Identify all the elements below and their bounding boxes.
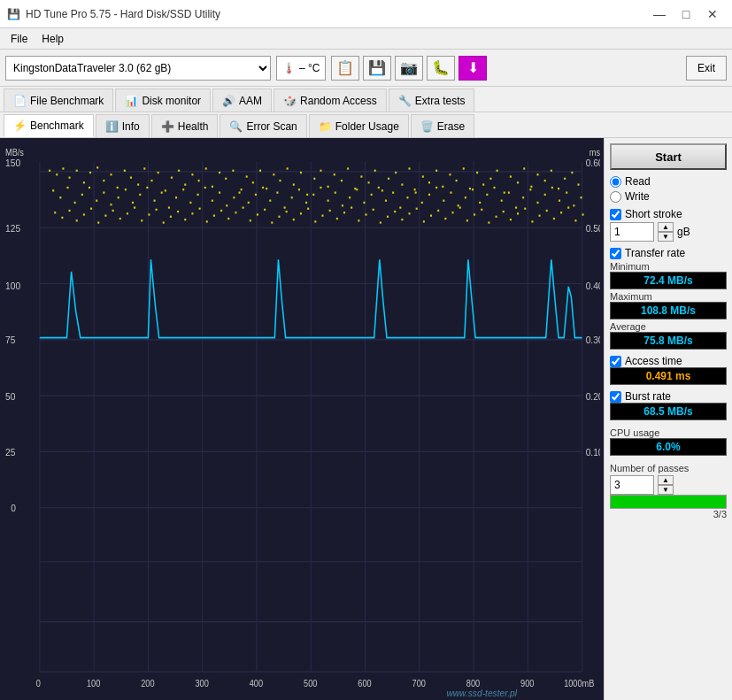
passes-spin-down[interactable]: ▼: [658, 485, 674, 495]
menu-help[interactable]: Help: [35, 31, 71, 47]
tab-folder-usage[interactable]: 📁 Folder Usage: [309, 114, 409, 137]
minimize-button[interactable]: —: [647, 5, 672, 23]
svg-rect-126: [577, 183, 579, 185]
short-stroke-spin-down[interactable]: ▼: [658, 232, 674, 242]
menu-bar: File Help: [0, 28, 732, 50]
svg-rect-62: [143, 167, 145, 169]
start-button[interactable]: Start: [610, 143, 727, 170]
svg-rect-97: [381, 189, 383, 191]
svg-rect-170: [363, 202, 365, 204]
passes-label: Number of passes: [610, 463, 727, 473]
menu-file[interactable]: File: [4, 31, 35, 47]
svg-rect-96: [374, 170, 376, 172]
short-stroke-checkbox[interactable]: [610, 209, 621, 220]
tab-erase[interactable]: 🗑️ Erase: [411, 114, 474, 137]
svg-rect-178: [421, 202, 423, 204]
exit-button[interactable]: Exit: [686, 56, 727, 81]
tab-benchmark[interactable]: ⚡ Benchmark: [4, 114, 94, 137]
maximum-value: 108.8 MB/s: [610, 302, 727, 319]
read-radio[interactable]: [610, 176, 621, 188]
close-button[interactable]: ✕: [700, 5, 725, 23]
transfer-rate-checkbox[interactable]: [610, 248, 621, 259]
camera-icon[interactable]: 📷: [395, 56, 423, 81]
svg-rect-218: [177, 211, 179, 212]
svg-rect-210: [119, 218, 121, 219]
svg-rect-63: [150, 180, 152, 181]
device-select[interactable]: KingstonDataTraveler 3.0 (62 gB): [5, 56, 271, 81]
svg-text:75: 75: [5, 335, 15, 346]
copy-icon[interactable]: 📋: [331, 56, 359, 81]
svg-rect-230: [264, 209, 266, 211]
svg-rect-128: [59, 196, 61, 198]
tab-file-benchmark[interactable]: 📄 File Benchmark: [4, 88, 113, 112]
window-controls: — □ ✕: [647, 5, 725, 23]
svg-rect-70: [198, 180, 200, 181]
tab-aam[interactable]: 🔊 AAM: [212, 88, 272, 112]
tab-health[interactable]: ➕ Health: [151, 114, 219, 137]
write-radio[interactable]: [610, 191, 621, 203]
maximize-button[interactable]: □: [674, 5, 698, 23]
svg-rect-55: [96, 166, 98, 168]
svg-rect-166: [335, 192, 336, 194]
short-stroke-input[interactable]: [610, 222, 654, 242]
tab-info[interactable]: ℹ️ Info: [96, 114, 150, 137]
cpu-usage-section: CPU usage 6.0%: [610, 426, 727, 456]
svg-rect-186: [479, 202, 481, 204]
short-stroke-checkbox-row: Short stroke: [610, 208, 727, 220]
svg-rect-159: [284, 206, 286, 208]
write-radio-label[interactable]: Write: [610, 190, 727, 203]
svg-rect-201: [54, 212, 56, 213]
svg-rect-88: [320, 170, 321, 172]
svg-text:0.60: 0.60: [586, 158, 600, 169]
short-stroke-label: Short stroke: [625, 208, 682, 220]
main-content: 150 125 100 75 50 25 0 MB/s 0.60 0.50 0.…: [0, 138, 732, 700]
svg-rect-61: [137, 183, 139, 185]
svg-rect-100: [401, 183, 403, 185]
burst-rate-checkbox[interactable]: [610, 391, 621, 403]
svg-rect-235: [300, 212, 302, 214]
svg-rect-109: [463, 167, 465, 169]
svg-rect-229: [257, 213, 258, 215]
svg-rect-120: [537, 173, 539, 175]
svg-rect-209: [112, 210, 114, 212]
svg-text:100: 100: [87, 679, 101, 689]
svg-rect-115: [504, 192, 505, 194]
svg-rect-233: [286, 211, 288, 212]
svg-rect-223: [213, 215, 215, 217]
svg-text:150: 150: [5, 158, 20, 169]
access-time-checkbox[interactable]: [610, 356, 621, 367]
benchmark-chart: 150 125 100 75 50 25 0 MB/s 0.60 0.50 0.…: [4, 142, 600, 700]
download-icon[interactable]: ⬇: [458, 56, 487, 81]
svg-rect-203: [69, 210, 71, 212]
svg-rect-79: [259, 170, 261, 172]
info-icon[interactable]: 🐛: [427, 56, 455, 81]
save-icon[interactable]: 💾: [363, 56, 391, 81]
svg-rect-192: [522, 196, 524, 198]
short-stroke-spin-up[interactable]: ▲: [658, 222, 674, 232]
svg-rect-198: [566, 192, 567, 194]
svg-rect-139: [139, 194, 141, 196]
svg-rect-167: [342, 204, 343, 206]
svg-rect-217: [170, 216, 172, 218]
svg-rect-213: [141, 219, 143, 221]
svg-rect-130: [74, 202, 76, 204]
svg-rect-249: [401, 219, 403, 220]
svg-rect-80: [266, 188, 267, 189]
tab-random-access[interactable]: 🎲 Random Access: [274, 88, 387, 112]
tab-disk-monitor[interactable]: 📊 Disk monitor: [115, 88, 211, 112]
passes-spin-row: ▲ ▼: [610, 475, 727, 495]
svg-rect-195: [544, 194, 546, 196]
svg-rect-127: [52, 189, 54, 191]
tab-error-scan[interactable]: 🔍 Error Scan: [220, 114, 306, 137]
svg-rect-57: [111, 173, 112, 175]
tab-extra-tests[interactable]: 🔧 Extra tests: [389, 88, 475, 112]
svg-text:200: 200: [141, 679, 155, 689]
read-radio-label[interactable]: Read: [610, 175, 727, 188]
passes-progress-bar: [610, 495, 727, 509]
svg-rect-226: [235, 212, 236, 213]
passes-input[interactable]: [610, 475, 654, 495]
temperature-display: 🌡️ – °C: [276, 56, 326, 81]
passes-spin-up[interactable]: ▲: [658, 475, 674, 485]
svg-rect-56: [103, 180, 104, 181]
title-left: 💾 HD Tune Pro 5.75 - Hard Disk/SSD Utili…: [7, 8, 220, 20]
